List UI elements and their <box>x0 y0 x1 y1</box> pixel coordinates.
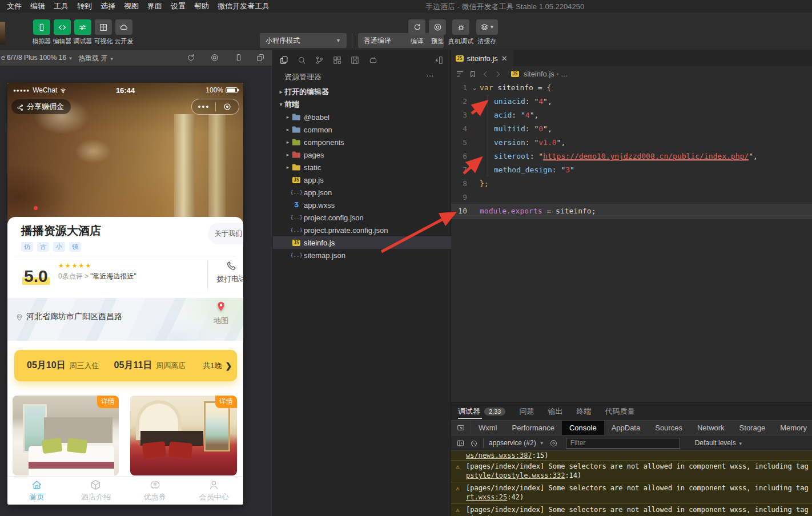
clear-console-icon[interactable] <box>470 438 478 448</box>
navigate-forward-icon[interactable] <box>494 68 502 79</box>
explorer-more-button[interactable]: … <box>426 69 435 78</box>
tree-item-app.js[interactable]: JSapp.js <box>273 174 451 186</box>
code-line-9[interactable]: 9 <box>451 191 812 204</box>
code-line-5[interactable]: 5version: "v1.0", <box>451 136 812 150</box>
tree-item-@babel[interactable]: ▸@babel <box>273 111 451 123</box>
device-frame-icon[interactable] <box>234 53 243 62</box>
editor-tab-siteinfo[interactable]: JS siteinfo.js ✕ <box>451 50 513 66</box>
siteroot-url-link[interactable]: https://demo10.ynjdzzd008.cn/public/inde… <box>543 152 749 161</box>
devtools-tab-console[interactable]: Console <box>562 421 604 435</box>
collapse-panel-icon[interactable] <box>434 55 444 65</box>
avatar-thumbnail[interactable] <box>0 22 5 45</box>
source-link[interactable]: ws/news.wxss:387 <box>466 452 532 459</box>
menu-item-设置[interactable]: 设置 <box>171 1 186 11</box>
devtools-tab-performance[interactable]: Performance <box>505 421 562 435</box>
code-line-3[interactable]: 3acid: "4", <box>451 108 812 122</box>
tab-item-会员中心[interactable]: 会员中心 <box>184 477 243 505</box>
code-line-7[interactable]: 7method_design: "3" <box>451 163 812 177</box>
extensions-icon[interactable] <box>332 55 342 65</box>
mode-select[interactable]: 小程序模式 ▼ <box>260 33 347 48</box>
tree-item-siteinfo.js[interactable]: JSsiteinfo.js <box>273 236 451 249</box>
search-icon[interactable] <box>297 55 307 65</box>
multi-window-icon[interactable] <box>256 53 265 62</box>
record-icon[interactable] <box>210 53 219 62</box>
code-line-4[interactable]: 4multiid: "0", <box>451 122 812 136</box>
js-context-select[interactable]: appservice (#2)▼ <box>489 439 544 447</box>
refresh-icon[interactable] <box>186 53 195 62</box>
breadcrumb-symbol[interactable]: ... <box>561 70 568 78</box>
review-count-link[interactable]: 0条点评 > <box>58 272 89 280</box>
git-branch-icon[interactable] <box>315 55 324 65</box>
capsule-exit-button[interactable] <box>216 99 239 114</box>
detail-badge[interactable]: 详情 <box>215 396 237 408</box>
room-card[interactable]: 详情 <box>130 396 237 475</box>
tree-item-static[interactable]: ▸static <box>273 161 451 174</box>
about-us-button[interactable]: 关于我们› <box>208 223 243 244</box>
tree-item-打开的编辑器[interactable]: ▸打开的编辑器 <box>273 86 451 98</box>
bookmark-icon[interactable] <box>469 68 477 79</box>
device-select[interactable]: e 6/7/8 Plus 100% 16 ▼ <box>1 54 73 62</box>
hot-reload-toggle[interactable]: 热重载 开 ▼ <box>78 54 114 63</box>
tree-item-app.wxss[interactable]: Ʒapp.wxss <box>273 199 451 211</box>
devtools-tab-storage[interactable]: Storage <box>732 421 773 435</box>
tree-item-app.json[interactable]: {..}app.json <box>273 186 451 199</box>
source-link[interactable]: rt.wxss:25 <box>466 493 507 501</box>
tree-item-sitemap.json[interactable]: {..}sitemap.json <box>273 249 451 261</box>
detail-badge[interactable]: 详情 <box>97 396 119 408</box>
console-log-area[interactable]: ws/news.wxss:387:15)⚠[pages/index/index]… <box>451 451 812 516</box>
menu-item-视图[interactable]: 视图 <box>124 1 139 11</box>
debug-tab-调试器[interactable]: 调试器2,33 <box>458 403 505 420</box>
navigate-back-icon[interactable] <box>481 68 489 79</box>
eye-button[interactable] <box>429 19 446 35</box>
tree-item-前端[interactable]: ▾前端 <box>273 98 451 111</box>
devtools-tab-sources[interactable]: Sources <box>648 421 690 435</box>
devtools-tab-memory[interactable]: Memory <box>773 421 812 435</box>
log-levels-select[interactable]: Default levels▼ <box>695 439 743 447</box>
bug-button[interactable] <box>452 19 469 35</box>
menu-item-转到[interactable]: 转到 <box>77 1 92 11</box>
source-link[interactable]: pstyle/topstyle.wxss:332 <box>466 471 565 479</box>
date-selector-bar[interactable]: 05月10日 周三入住 05月11日 周四离店 共1晚 <box>14 350 237 381</box>
phone-button[interactable] <box>33 19 50 35</box>
menu-item-微信开发者工具[interactable]: 微信开发者工具 <box>218 1 270 11</box>
map-address-bar[interactable]: 河北省廊坊市广阳区西昌路 地图 <box>7 298 243 341</box>
menu-item-帮助[interactable]: 帮助 <box>194 1 209 11</box>
menu-item-编辑[interactable]: 编辑 <box>30 1 45 11</box>
breadcrumb-file[interactable]: siteinfo.js <box>524 70 554 78</box>
room-card[interactable]: 详情 <box>13 396 119 475</box>
share-commission-button[interactable]: 分享赚佣金 <box>11 99 71 114</box>
refresh-button[interactable] <box>408 19 425 35</box>
code-line-8[interactable]: 8}; <box>451 177 812 191</box>
code-editor[interactable]: 1⌄var siteinfo = {2uniacid: "4",3acid: "… <box>451 81 812 402</box>
console-sidebar-icon[interactable] <box>456 438 465 448</box>
code-line-1[interactable]: 1⌄var siteinfo = { <box>451 81 812 95</box>
menu-item-文件[interactable]: 文件 <box>7 1 22 11</box>
devtools-tab-network[interactable]: Network <box>690 421 732 435</box>
debug-tab-终端[interactable]: 终端 <box>576 403 591 420</box>
tab-item-优惠券[interactable]: 优惠券 <box>126 477 184 505</box>
code-line-10[interactable]: 10module.exports = siteinfo; <box>451 204 812 218</box>
tree-item-pages[interactable]: ▸pages <box>273 148 451 161</box>
debug-tab-输出[interactable]: 输出 <box>548 403 562 420</box>
menu-item-选择[interactable]: 选择 <box>101 1 115 11</box>
inspect-element-icon[interactable] <box>451 421 471 435</box>
tab-item-首页[interactable]: 首页 <box>7 477 66 505</box>
code-line-6[interactable]: 6siteroot: "https://demo10.ynjdzzd008.cn… <box>451 150 812 163</box>
console-filter-input[interactable] <box>566 438 680 449</box>
cloud-tools-icon[interactable] <box>368 55 378 65</box>
outline-icon[interactable] <box>456 68 464 79</box>
devtools-tab-appdata[interactable]: AppData <box>604 421 648 435</box>
debug-tab-问题[interactable]: 问题 <box>519 403 534 420</box>
live-expression-icon[interactable] <box>549 438 558 448</box>
files-icon[interactable] <box>279 55 289 65</box>
npm-build-icon[interactable] <box>350 55 360 65</box>
tab-item-酒店介绍[interactable]: 酒店介绍 <box>66 477 125 505</box>
menu-item-工具[interactable]: 工具 <box>54 1 69 11</box>
code-button[interactable] <box>54 19 71 35</box>
cloud-button[interactable] <box>115 19 132 35</box>
tree-item-project.config.json[interactable]: {..}project.config.json <box>273 211 451 224</box>
devtools-tab-wxml[interactable]: Wxml <box>471 421 505 435</box>
menu-item-界面[interactable]: 界面 <box>147 1 162 11</box>
code-line-2[interactable]: 2uniacid: "4", <box>451 95 812 108</box>
tree-item-project.private.config.json[interactable]: {..}project.private.config.json <box>273 224 451 236</box>
